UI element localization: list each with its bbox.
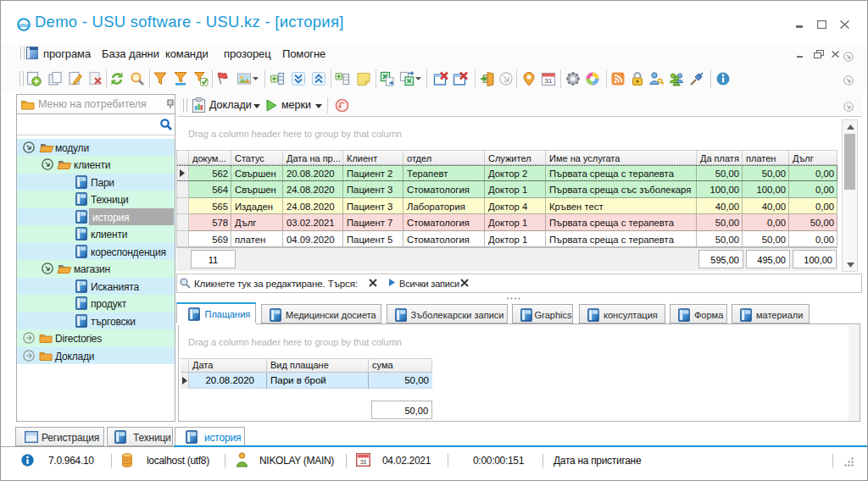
svg-text:31: 31 bbox=[545, 77, 553, 85]
svg-text:usu: usu bbox=[19, 22, 29, 28]
svg-text:31: 31 bbox=[360, 458, 367, 466]
